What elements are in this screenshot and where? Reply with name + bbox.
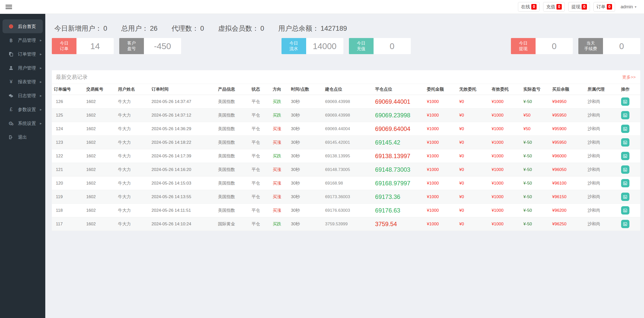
view-detail-button[interactable]	[621, 206, 629, 215]
list-icon	[623, 140, 628, 145]
table-row: 119 1602 牛大力 2024-05-26 14:13:55 美国指数 平仓…	[52, 190, 640, 204]
cell-actions	[619, 163, 640, 176]
cell-status: 平仓	[250, 163, 271, 176]
table-header-row: 订单编号交易账号用户姓名订单时间产品信息状态方向时间/点数建仓点位平仓点位委托金…	[52, 84, 640, 95]
cell-duration: 30秒	[289, 109, 323, 122]
summary-card: 当天 手续费 0	[578, 38, 640, 54]
sidebar-item-users[interactable]: 用户管理 ▸	[0, 61, 45, 75]
view-detail-button[interactable]	[621, 165, 629, 174]
menu-toggle-icon[interactable]	[6, 4, 13, 10]
cell-direction: 买涨	[271, 190, 289, 204]
view-detail-button[interactable]	[621, 152, 629, 160]
cell-order-time: 2024-05-26 14:17:39	[149, 149, 216, 163]
cell-status: 平仓	[250, 176, 271, 190]
chevron-down-icon: ▾	[635, 5, 636, 9]
cell-order-time: 2024-05-26 14:16:20	[149, 163, 216, 176]
view-detail-button[interactable]	[621, 179, 629, 187]
cell-amount: ¥1000	[425, 149, 457, 163]
sidebar-item-orders[interactable]: 订单管理 ▸	[0, 47, 45, 61]
cell-valid: ¥1000	[490, 204, 521, 217]
sidebar-item-logout[interactable]: 退出	[0, 130, 45, 144]
cell-invalid: ¥0	[457, 217, 490, 231]
view-detail-button[interactable]	[621, 220, 629, 228]
cell-account: 1602	[84, 109, 116, 122]
more-link[interactable]: 更多>>	[622, 74, 636, 80]
cell-pnl: ¥-50	[521, 176, 550, 190]
cell-order-id: 123	[52, 136, 84, 149]
card-label: 今日 流水	[281, 38, 306, 54]
view-detail-button[interactable]	[621, 97, 629, 106]
stat-colon: ：	[95, 24, 102, 33]
cell-agent: 沙和尚	[585, 149, 619, 163]
table-row: 121 1602 牛大力 2024-05-26 14:16:20 美国指数 平仓…	[52, 163, 640, 176]
cell-order-time: 2024-05-26 14:37:12	[149, 109, 216, 122]
sidebar-item-logs[interactable]: 日志管理 ▸	[0, 89, 45, 102]
counter-badge: 0	[531, 4, 537, 10]
card-group: 今日 流水 14000 今日 充值 0	[281, 38, 411, 54]
cell-username: 牛大力	[116, 163, 149, 176]
user-menu[interactable]: admin ▾	[619, 3, 638, 11]
cell-balance: ¥95950	[550, 109, 585, 122]
view-detail-button[interactable]	[621, 193, 629, 201]
cell-duration: 30秒	[289, 149, 323, 163]
cell-username: 牛大力	[116, 204, 149, 217]
cell-pnl: ¥50	[521, 122, 550, 136]
sidebar-item-dashboard[interactable]: 后台首页	[3, 19, 43, 33]
card-label: 今日 提现	[511, 38, 536, 54]
cell-open-price: 69069.43998	[323, 109, 373, 122]
sidebar-item-reports[interactable]: ¥ 报表管理 ▸	[0, 75, 45, 89]
counter-pill[interactable]: 订单 0	[593, 2, 615, 12]
cell-order-id: 120	[52, 176, 84, 190]
cell-product: 美国指数	[216, 149, 250, 163]
cell-invalid: ¥0	[457, 95, 490, 109]
table-row: 118 1602 牛大力 2024-05-26 14:11:51 美国指数 平仓…	[52, 204, 640, 217]
cell-valid: ¥1000	[490, 95, 521, 109]
cell-valid: ¥1000	[490, 149, 521, 163]
table-row: 126 1602 牛大力 2024-05-26 14:37:47 美国指数 平仓…	[52, 95, 640, 109]
cell-order-time: 2024-05-26 14:15:03	[149, 176, 216, 190]
column-header: 有效委托	[490, 84, 521, 95]
cell-order-time: 2024-05-26 14:36:29	[149, 122, 216, 136]
overview-stat: 代理数： 0	[172, 24, 204, 33]
sidebar-item-system[interactable]: ⚙⚙ 系统设置 ▸	[0, 116, 45, 130]
cell-agent: 沙和尚	[585, 190, 619, 204]
view-detail-button[interactable]	[621, 111, 629, 119]
cell-balance: ¥96000	[550, 149, 585, 163]
cell-username: 牛大力	[116, 109, 149, 122]
cell-agent: 沙和尚	[585, 122, 619, 136]
cell-open-price: 69176.63003	[323, 204, 373, 217]
gears-icon: ⚙⚙	[8, 120, 15, 126]
topbar-right: 在线 0 充值 0 提现 0 订单 0 admin	[518, 2, 638, 12]
chevron-right-icon: ▸	[40, 121, 42, 126]
cell-order-time: 2024-05-26 14:13:55	[149, 190, 216, 204]
cell-username: 牛大力	[116, 122, 149, 136]
cell-amount: ¥1000	[425, 204, 457, 217]
counter-label: 提现	[571, 4, 580, 10]
card-label: 今日 订单	[52, 38, 76, 54]
cell-direction: 买涨	[271, 122, 289, 136]
summary-card: 今日 订单 14	[52, 38, 114, 54]
topbar: 在线 0 充值 0 提现 0 订单 0 admin	[0, 0, 644, 14]
cell-close-price: 69173.36	[373, 190, 425, 204]
view-detail-button[interactable]	[621, 138, 629, 147]
cell-status: 平仓	[250, 217, 271, 231]
cell-balance: ¥96250	[550, 217, 585, 231]
counter-pill[interactable]: 在线 0	[518, 2, 540, 12]
cell-product: 美国指数	[216, 190, 250, 204]
cell-direction: 买跌	[271, 149, 289, 163]
cell-agent: 沙和尚	[585, 95, 619, 109]
counter-label: 订单	[596, 4, 606, 10]
sidebar-item-parameters[interactable]: £ 参数设置 ▸	[0, 102, 45, 116]
card-label: 当天 手续费	[578, 38, 603, 54]
cell-actions	[619, 122, 640, 136]
logout-icon	[8, 135, 15, 140]
sidebar-item-products[interactable]: ฿ 产品管理 ▸	[0, 33, 45, 47]
cell-status: 平仓	[250, 109, 271, 122]
chevron-right-icon: ▸	[40, 66, 42, 70]
list-icon	[623, 222, 628, 227]
column-header: 委托金额	[425, 84, 457, 95]
counter-pill[interactable]: 充值 0	[543, 2, 565, 12]
counter-pill[interactable]: 提现 0	[568, 2, 590, 12]
view-detail-button[interactable]	[621, 125, 629, 133]
orders-icon	[8, 52, 15, 57]
